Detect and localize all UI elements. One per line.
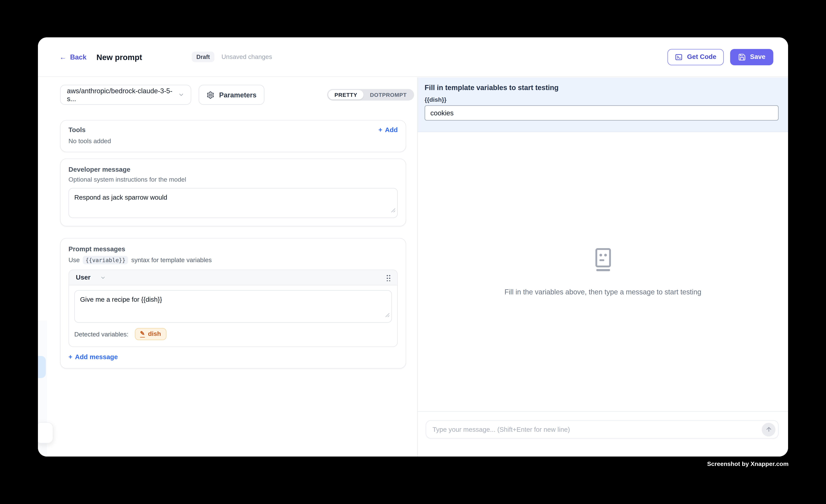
user-message-input[interactable]: Give me a recipe for {{dish}} [74, 290, 392, 323]
plus-icon: + [68, 353, 72, 361]
arrow-up-icon [765, 426, 772, 433]
get-code-button[interactable]: Get Code [667, 49, 724, 65]
hint-prefix: Use [68, 256, 80, 264]
drag-handle-icon[interactable] [386, 274, 390, 281]
model-toolbar-row: aws/anthropic/bedrock-claude-3-5-s... Pa… [38, 77, 417, 105]
add-tool-button[interactable]: + Add [378, 126, 398, 134]
developer-message-input[interactable]: Respond as jack sparrow would [68, 188, 398, 218]
sidebar-peek-active-item[interactable] [38, 356, 46, 378]
app-window: ← Back New prompt Draft Unsaved changes … [38, 37, 788, 456]
developer-message-subtitle: Optional system instructions for the mod… [68, 176, 398, 183]
toggle-pretty[interactable]: PRETTY [328, 90, 364, 100]
view-mode-toggle: PRETTY DOTPROMPT [327, 89, 414, 101]
save-label: Save [750, 53, 765, 60]
unsaved-changes-text: Unsaved changes [222, 53, 272, 60]
draft-status-badge: Draft [192, 52, 215, 62]
pencil-icon: ✎ [140, 330, 145, 337]
prompt-messages-card: Prompt messages Use {{variable}} syntax … [60, 238, 406, 369]
tools-card: Tools + Add No tools added [60, 120, 406, 152]
detected-variables-row: Detected variables: ✎ dish [69, 323, 397, 346]
role-select[interactable]: User [76, 274, 106, 281]
hint-suffix: syntax for template variables [131, 256, 212, 264]
model-select-value: aws/anthropic/bedrock-claude-3-5-s... [67, 87, 178, 103]
gear-icon [206, 91, 215, 99]
parameters-button[interactable]: Parameters [198, 85, 264, 105]
chevron-down-icon [100, 274, 106, 280]
chevron-down-icon [178, 91, 184, 98]
save-floppy-icon [738, 53, 746, 61]
test-panel-heading: Fill in template variables to start test… [425, 84, 779, 91]
add-message-button[interactable]: + Add message [68, 353, 398, 361]
prompt-editor-panel: aws/anthropic/bedrock-claude-3-5-s... Pa… [38, 77, 417, 456]
chat-input-box [426, 420, 778, 439]
add-message-label: Add message [75, 353, 118, 361]
message-body: Give me a recipe for {{dish}} [69, 286, 397, 323]
back-arrow-icon: ← [60, 53, 66, 61]
tools-empty-text: No tools added [68, 137, 398, 145]
back-button[interactable]: ← Back [60, 53, 86, 61]
chat-input-area [418, 411, 788, 456]
screenshot-stage: ← Back New prompt Draft Unsaved changes … [0, 0, 826, 504]
message-block: User Give me a recipe for {{dish}} [68, 270, 398, 347]
add-tool-label: Add [385, 126, 398, 134]
bot-face-icon [591, 248, 614, 274]
role-label: User [76, 274, 91, 281]
chat-message-input[interactable] [432, 426, 762, 433]
back-label: Back [70, 53, 86, 61]
header-actions: Get Code Save [667, 49, 773, 65]
toggle-dotprompt[interactable]: DOTPROMPT [364, 90, 413, 100]
parameters-label: Parameters [219, 91, 256, 99]
send-button[interactable] [762, 423, 775, 436]
template-variables-band: Fill in template variables to start test… [418, 77, 788, 132]
detected-variables-label: Detected variables: [74, 330, 128, 338]
variable-syntax-hint: Use {{variable}} syntax for template var… [68, 256, 398, 264]
prompt-messages-title: Prompt messages [68, 245, 398, 253]
dish-variable-input[interactable] [425, 105, 779, 120]
variable-chip-dish[interactable]: ✎ dish [135, 328, 166, 340]
developer-message-title: Developer message [68, 166, 398, 173]
variable-chip-label: dish [148, 330, 161, 337]
dish-variable-label: {{dish}} [425, 97, 779, 103]
get-code-label: Get Code [687, 53, 716, 60]
sidebar-peek-card[interactable] [38, 422, 53, 443]
page-title: New prompt [97, 52, 142, 61]
model-select[interactable]: aws/anthropic/bedrock-claude-3-5-s... [60, 85, 191, 105]
message-role-header: User [69, 270, 397, 286]
developer-message-card: Developer message Optional system instru… [60, 159, 406, 227]
chat-empty-text: Fill in the variables above, then type a… [505, 288, 701, 296]
editor-cards: Tools + Add No tools added Developer mes… [60, 120, 406, 369]
save-button[interactable]: Save [730, 49, 773, 65]
variable-code-badge: {{variable}} [83, 256, 128, 264]
terminal-icon [675, 53, 683, 61]
plus-icon: + [378, 126, 382, 134]
chat-empty-state: Fill in the variables above, then type a… [418, 132, 788, 411]
test-panel: Fill in template variables to start test… [417, 77, 788, 456]
header-bar: ← Back New prompt Draft Unsaved changes … [38, 37, 788, 77]
watermark-text: Screenshot by Xnapper.com [707, 461, 789, 467]
tools-title: Tools [68, 126, 85, 134]
